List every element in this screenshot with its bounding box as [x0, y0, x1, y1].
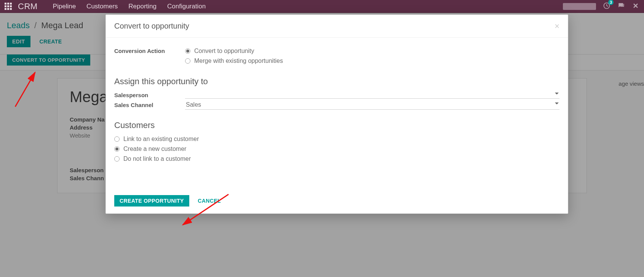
sales-channel-label: Sales Channel	[114, 100, 185, 110]
menu-pipeline[interactable]: Pipeline	[53, 3, 76, 10]
modal-title: Convert to opportunity	[114, 22, 189, 30]
menu-configuration[interactable]: Configuration	[167, 3, 206, 10]
modal-close-icon[interactable]: ×	[555, 22, 559, 30]
top-navbar: CRM Pipeline Customers Reporting Configu…	[0, 0, 644, 13]
radio-convert-to-opportunity[interactable]: Convert to opportunity	[185, 46, 559, 56]
radio-dot-icon	[114, 136, 120, 142]
salesperson-select[interactable]	[185, 90, 559, 99]
create-opportunity-button[interactable]: CREATE OPPORTUNITY	[114, 195, 189, 207]
customers-heading: Customers	[114, 120, 559, 130]
radio-convert-label: Convert to opportunity	[194, 48, 254, 54]
discuss-icon[interactable]	[617, 2, 625, 11]
radio-dot-icon	[114, 146, 120, 152]
radio-merge-existing[interactable]: Merge with existing opportunities	[185, 56, 559, 66]
cancel-button[interactable]: CANCEL	[195, 195, 223, 207]
radio-dot-icon	[114, 156, 120, 162]
radio-dot-icon	[185, 48, 190, 54]
menu-customers[interactable]: Customers	[86, 3, 118, 10]
radio-merge-label: Merge with existing opportunities	[194, 58, 283, 64]
apps-icon[interactable]	[5, 3, 12, 10]
radio-nolink-label: Do not link to a customer	[123, 155, 191, 162]
radio-link-label: Link to an existing customer	[123, 136, 199, 143]
app-brand[interactable]: CRM	[18, 2, 38, 11]
radio-create-new-customer[interactable]: Create a new customer	[114, 144, 559, 154]
radio-dot-icon	[185, 58, 190, 64]
convert-modal: Convert to opportunity × Conversion Acti…	[105, 14, 568, 214]
salesperson-label: Salesperson	[114, 90, 185, 99]
radio-no-link-customer[interactable]: Do not link to a customer	[114, 154, 559, 164]
debug-icon[interactable]	[632, 2, 639, 11]
activity-count-badge: 3	[608, 0, 614, 5]
radio-link-existing-customer[interactable]: Link to an existing customer	[114, 134, 559, 144]
conversion-action-label: Conversion Action	[114, 46, 185, 66]
activities-icon[interactable]: 3	[603, 2, 610, 11]
sales-channel-select[interactable]: Sales	[185, 100, 559, 110]
radio-create-label: Create a new customer	[123, 146, 186, 152]
search-input[interactable]	[563, 3, 596, 10]
menu-reporting[interactable]: Reporting	[128, 3, 157, 10]
assign-heading: Assign this opportunity to	[114, 77, 559, 86]
top-menu: Pipeline Customers Reporting Configurati…	[53, 3, 206, 10]
